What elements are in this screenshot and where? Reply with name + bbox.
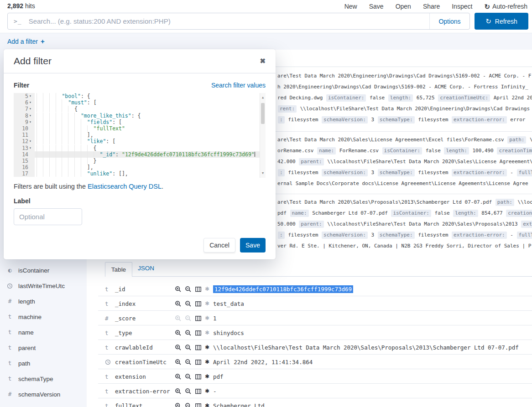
toggle-field-icon[interactable]: ✱ [205, 402, 209, 407]
nav-inspect-link[interactable]: Inspect [452, 3, 472, 10]
string-type-icon: t [105, 296, 109, 311]
search-input[interactable]: Search... (e.g. status:200 AND extension… [29, 17, 429, 25]
filter-out-value-icon[interactable] [185, 344, 192, 351]
filter-out-value-icon[interactable] [185, 359, 192, 366]
sidebar-field-schemaType[interactable]: tschemaType [6, 371, 84, 386]
doc-text: false [366, 95, 387, 101]
filter-for-value-icon[interactable] [175, 330, 182, 336]
toggle-column-icon[interactable] [195, 402, 202, 407]
editor-line-7: 7▾{ [14, 106, 266, 112]
query-dsl-editor[interactable]: 5▾"bool": {6▾"must": [7▾{8▾"more_like_th… [14, 93, 266, 178]
toggle-column-icon[interactable] [195, 315, 202, 322]
search-filter-values-link[interactable]: Search filter values [211, 82, 266, 89]
toggle-column-icon[interactable] [195, 344, 202, 351]
doc-2-line-1: are\Test Data March 2020\Sales\License A… [277, 136, 532, 144]
filter-out-value-icon[interactable] [185, 373, 192, 380]
sidebar-field-machine[interactable]: tmachine [6, 309, 84, 325]
fold-arrow-icon[interactable]: ▾ [29, 145, 33, 151]
scroll-up-icon[interactable]: ▲ [260, 94, 266, 101]
detail-field-value: pdf [213, 373, 224, 380]
doc-text: ForRename.csv [336, 148, 381, 154]
tab-json[interactable]: JSON [138, 265, 154, 272]
filter-for-value-icon[interactable] [175, 344, 182, 351]
nav-share-link[interactable]: Share [423, 3, 440, 10]
fold-arrow-icon[interactable]: ▾ [29, 119, 33, 125]
filter-out-value-icon[interactable] [185, 286, 192, 293]
fold-arrow-icon[interactable]: ▾ [29, 106, 33, 112]
doc-text: 854,677 [479, 210, 506, 216]
string-type-icon: t [105, 384, 109, 398]
toggle-field-icon[interactable]: ✱ [205, 315, 209, 321]
fold-arrow-icon[interactable]: ▾ [29, 93, 33, 99]
add-filter-button[interactable]: Add a filter + [7, 37, 45, 45]
doc-2-line-4: : filesystem schemaVersion: 3 schemaType… [277, 169, 532, 176]
detail-field-name: _score [115, 311, 136, 325]
sidebar-field-isContainer[interactable]: ◐isContainer [6, 263, 84, 278]
sidebar-field-lastWriteTimeUtc[interactable]: lastWriteTimeUtc [6, 278, 84, 294]
field-key-badge: creationTimeUtc: [438, 94, 490, 102]
filter-out-value-icon[interactable] [185, 388, 192, 395]
nav-open-link[interactable]: Open [396, 3, 411, 10]
toggle-field-icon[interactable]: ✱ [205, 388, 209, 394]
filter-for-value-icon[interactable] [175, 388, 182, 395]
toggle-field-icon[interactable]: ✱ [205, 344, 209, 350]
toggle-field-icon[interactable]: ✱ [205, 359, 209, 365]
label-input[interactable] [14, 208, 82, 225]
field-name: schemaType [18, 376, 53, 382]
scrollbar-thumb[interactable] [261, 103, 265, 124]
toggle-column-icon[interactable] [195, 330, 202, 336]
sidebar-field-schemaVersion[interactable]: #schemaVersion [6, 386, 84, 402]
elasticsearch-dsl-link[interactable]: Elasticsearch Query DSL [88, 183, 162, 190]
code-token: "bool" [62, 93, 81, 99]
editor-code: "bool": { [35, 93, 266, 99]
filter-out-value-icon[interactable] [185, 300, 192, 307]
nav-save-link[interactable]: Save [369, 3, 384, 10]
tab-table[interactable]: Table [105, 262, 132, 277]
fold-arrow-icon[interactable]: ▾ [29, 138, 33, 144]
field-key-badge: name: [290, 210, 309, 217]
toggle-field-icon[interactable]: ✱ [205, 373, 209, 380]
editor-code: "_id": "12f9de426ddefc0710118bfc36fcff19… [35, 151, 266, 158]
filter-for-value-icon[interactable] [175, 359, 182, 366]
toggle-field-icon[interactable]: ✱ [205, 286, 209, 292]
sidebar-field-length[interactable]: #length [6, 294, 84, 309]
toggle-column-icon[interactable] [195, 388, 202, 395]
close-icon[interactable]: ✖ [260, 57, 266, 65]
toggle-column-icon[interactable] [195, 373, 202, 380]
nav-new-link[interactable]: New [344, 3, 357, 10]
filter-for-value-icon[interactable] [175, 402, 182, 407]
editor-scrollbar[interactable]: ▲ ▼ [260, 93, 266, 178]
filter-out-value-icon[interactable] [185, 330, 192, 336]
indent-guides [37, 145, 94, 151]
field-key-badge: exte [521, 221, 532, 228]
refresh-button[interactable]: ↻ Refresh [475, 13, 528, 30]
editor-gutter: 12▾ [14, 138, 35, 144]
options-button[interactable]: Options [429, 13, 469, 29]
date-type-icon [105, 355, 111, 369]
doc-text: error [507, 117, 526, 123]
toggle-column-icon[interactable] [195, 300, 202, 307]
filter-for-value-icon[interactable] [175, 373, 182, 380]
fold-arrow-icon[interactable]: ▾ [29, 99, 33, 106]
toggle-column-icon[interactable] [195, 359, 202, 366]
field-name: isContainer [18, 267, 49, 274]
toggle-column-icon[interactable] [195, 286, 202, 293]
doc-text: 3 [368, 170, 377, 175]
toggle-field-icon[interactable]: ✱ [205, 330, 209, 336]
indent-guides [37, 132, 87, 138]
sidebar-field-parent[interactable]: tparent [6, 340, 84, 355]
filter-out-value-icon[interactable] [185, 402, 192, 407]
auto-refresh-button[interactable]: ↻Auto-refresh [484, 3, 527, 10]
fold-arrow-icon[interactable]: ▾ [29, 113, 33, 119]
filter-for-value-icon[interactable] [175, 300, 182, 307]
code-token: : { [131, 113, 141, 119]
save-button[interactable]: Save [240, 238, 266, 252]
toggle-field-icon[interactable]: ✱ [205, 300, 209, 307]
sidebar-field-path[interactable]: tpath [6, 355, 84, 371]
sidebar-field-name[interactable]: tname [6, 325, 84, 340]
cancel-button[interactable]: Cancel [203, 238, 235, 252]
field-key-badge: isContainer: [391, 210, 431, 217]
filter-for-value-icon[interactable] [175, 286, 182, 293]
scroll-down-icon[interactable]: ▼ [260, 170, 266, 176]
doc-text: filesystem [415, 232, 451, 238]
